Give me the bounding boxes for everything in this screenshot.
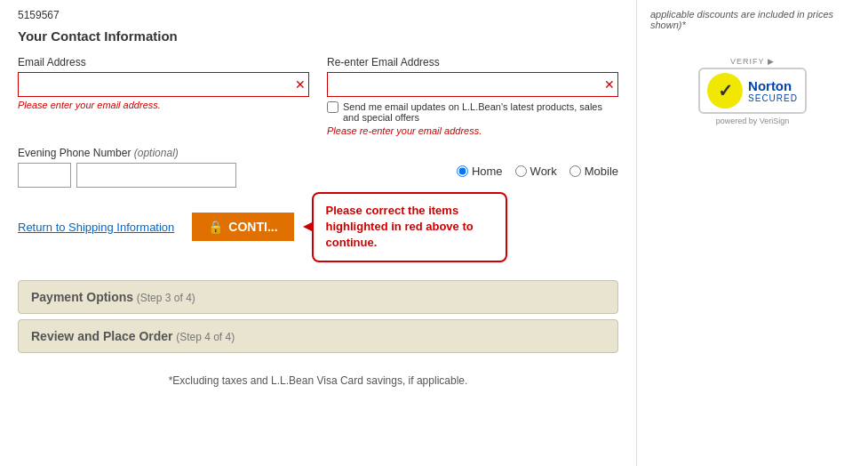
reenter-email-clear-button[interactable]: ✕ <box>604 78 615 91</box>
norton-secured-label: SECURED <box>748 93 798 103</box>
norton-badge: VERIFY ▶ ✓ Norton SECURED powered by Ver… <box>650 57 855 125</box>
email-error: Please enter your email address. <box>18 100 309 110</box>
reenter-email-error: Please re-enter your email address. <box>327 125 618 136</box>
email-label: Email Address <box>18 56 309 68</box>
footer-note: *Excluding taxes and L.L.Bean Visa Card … <box>18 367 618 394</box>
phone-area-input[interactable] <box>18 163 71 188</box>
phone-type-mobile-radio[interactable] <box>569 165 581 177</box>
phone-optional: (optional) <box>134 147 179 159</box>
norton-logo: Norton <box>748 78 798 93</box>
review-step-item[interactable]: Review and Place Order (Step 4 of 4) <box>18 319 618 353</box>
phone-section: Evening Phone Number (optional) Home <box>18 147 618 178</box>
email-input[interactable] <box>18 72 309 97</box>
email-clear-button[interactable]: ✕ <box>295 78 306 91</box>
phone-type-work-option[interactable]: Work <box>515 165 557 178</box>
phone-type-mobile-option[interactable]: Mobile <box>569 165 618 178</box>
phone-main-input[interactable] <box>76 163 236 188</box>
return-to-shipping-link[interactable]: Return to Shipping Information <box>18 221 174 234</box>
sidebar: applicable discounts are included in pri… <box>637 0 868 466</box>
order-number: 5159567 <box>18 9 618 21</box>
phone-type-work-label: Work <box>530 165 557 178</box>
email-group: Email Address ✕ Please enter your email … <box>18 56 309 110</box>
reenter-email-group: Re-enter Email Address ✕ Send me email u… <box>327 56 618 136</box>
phone-type-work-radio[interactable] <box>515 165 527 177</box>
payment-step-title: Payment Options <box>31 290 133 304</box>
contact-section-title: Your Contact Information <box>18 28 618 44</box>
phone-type-home-label: Home <box>472 165 503 178</box>
reenter-email-input[interactable] <box>327 72 618 97</box>
email-subscribe-label: Send me email updates on L.L.Bean's late… <box>343 101 618 123</box>
phone-type-row: Home Work Mobile <box>457 165 618 178</box>
review-step-sub: (Step 4 of 4) <box>176 331 235 343</box>
reenter-email-label: Re-enter Email Address <box>327 56 618 68</box>
phone-type-home-radio[interactable] <box>457 165 468 177</box>
review-step-title: Review and Place Order <box>31 329 173 343</box>
action-row: Return to Shipping Information 🔒 CONTI..… <box>18 192 618 262</box>
lock-icon: 🔒 <box>208 220 223 234</box>
phone-type-mobile-label: Mobile <box>585 165 618 178</box>
phone-type-home-option[interactable]: Home <box>457 165 503 178</box>
payment-step-item[interactable]: Payment Options (Step 3 of 4) <box>18 280 618 314</box>
continue-button[interactable]: 🔒 CONTI... <box>192 213 293 241</box>
sidebar-note: applicable discounts are included in pri… <box>650 9 855 30</box>
email-subscribe-checkbox[interactable] <box>327 101 338 113</box>
norton-verify-text: VERIFY ▶ <box>730 57 775 66</box>
error-callout: Please correct the items highlighted in … <box>312 192 507 262</box>
norton-powered: powered by VeriSign <box>716 116 790 125</box>
payment-step-sub: (Step 3 of 4) <box>137 292 195 304</box>
steps-section: Payment Options (Step 3 of 4) Review and… <box>18 280 618 353</box>
